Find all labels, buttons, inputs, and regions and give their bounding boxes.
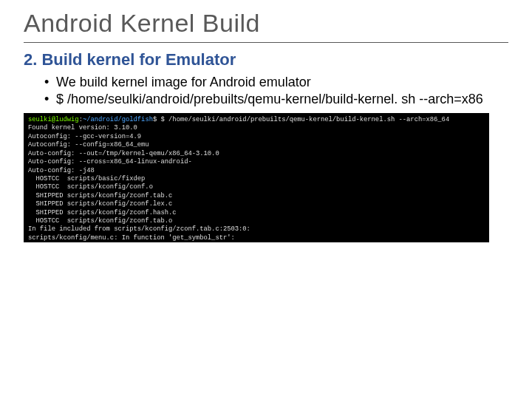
term-line: Auto-config: -j48 (28, 167, 95, 174)
term-line: HOSTCC scripts/basic/fixdep (28, 175, 145, 183)
term-line: Autoconfig: --gcc-version=4.9 (28, 133, 141, 140)
term-cmd: $ /home/seulki/android/prebuilts/qemu-ke… (161, 116, 450, 123)
slide: Android Kernel Build 2. Build kernel for… (0, 0, 532, 399)
bullet-item: $ /home/seulki/android/prebuilts/qemu-ke… (44, 91, 508, 108)
term-cwd: ~/android/goldfish (83, 116, 153, 123)
section-heading: 2. Build kernel for Emulator (24, 50, 508, 69)
term-line: SHIPPED scripts/kconfig/zconf.hash.c (28, 209, 177, 216)
term-line: Auto-config: --out=/tmp/kernel-qemu/x86_… (28, 150, 219, 157)
term-line: In file included from scripts/kconfig/zc… (28, 225, 250, 233)
term-line: SHIPPED scripts/kconfig/zconf.lex.c (28, 200, 172, 208)
title-rule (24, 42, 508, 43)
term-user: seulki@ludwig (28, 116, 79, 123)
terminal-output: seulki@ludwig:~/android/goldfish$ $ /hom… (24, 113, 489, 242)
page-title: Android Kernel Build (24, 9, 508, 38)
term-line: HOSTCC scripts/kconfig/conf.o (28, 183, 153, 191)
term-dollar: $ (153, 116, 161, 123)
term-line: SHIPPED scripts/kconfig/zconf.tab.c (28, 192, 172, 200)
term-line: scripts/kconfig/menu.c: In function 'get… (28, 234, 235, 242)
term-line: HOSTCC scripts/kconfig/zconf.tab.o (28, 217, 172, 225)
term-line: Autoconfig: --config=x86_64_emu (28, 141, 149, 149)
term-line: Auto-config: --cross=x86_64-linux-androi… (28, 158, 192, 166)
term-line: Found kernel version: 3.10.0 (28, 124, 137, 132)
bullet-item: We build kernel image for Android emulat… (44, 74, 508, 91)
bullet-list: We build kernel image for Android emulat… (44, 74, 508, 107)
